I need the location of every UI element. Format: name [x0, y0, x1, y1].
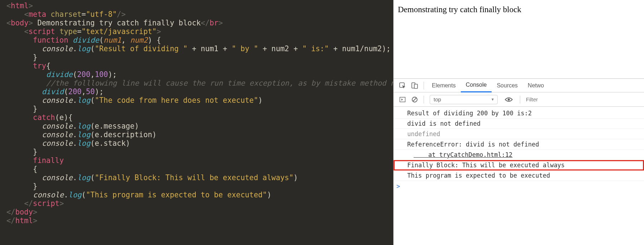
separator: [424, 96, 424, 104]
console-line: ReferenceError: divid is not defined: [394, 139, 644, 150]
tab-console[interactable]: Console: [461, 79, 492, 92]
browser-panel: Demonstrating try catch finally block El…: [394, 0, 644, 245]
separator: [424, 82, 424, 90]
devtools-panel: Elements Console Sources Netwo top Resul…: [394, 79, 644, 245]
page-body-text: Demonstrating try catch finally block: [398, 5, 521, 14]
svg-line-5: [413, 98, 416, 101]
console-line: Result of dividing 200 by 100 is:2: [394, 108, 644, 119]
clear-console-icon[interactable]: [410, 95, 419, 104]
inspect-element-icon[interactable]: [398, 81, 407, 90]
separator: [520, 96, 520, 104]
console-filter-input[interactable]: [526, 96, 594, 102]
live-expression-icon[interactable]: [504, 95, 513, 104]
device-toolbar-icon[interactable]: [410, 81, 419, 90]
console-output[interactable]: Result of dividing 200 by 100 is:2 divid…: [394, 107, 644, 245]
devtools-tabbar: Elements Console Sources Netwo: [394, 79, 644, 92]
execution-context-select[interactable]: top: [430, 95, 498, 104]
page-preview: Demonstrating try catch finally block: [394, 0, 644, 79]
tab-sources[interactable]: Sources: [492, 79, 523, 92]
console-line: undefined: [394, 129, 644, 139]
console-line: divid is not defined: [394, 119, 644, 129]
tab-elements[interactable]: Elements: [427, 79, 461, 92]
svg-rect-2: [414, 84, 418, 88]
code-editor[interactable]: <html> <meta charset="utf-8"/><body> Dem…: [0, 0, 394, 245]
tab-network[interactable]: Netwo: [523, 79, 549, 92]
console-line: Finally Block: This will be executed alw…: [394, 160, 644, 170]
console-prompt[interactable]: >: [394, 181, 644, 191]
console-sidebar-toggle-icon[interactable]: [398, 95, 407, 104]
console-line: This program is expected to be executed: [394, 170, 644, 181]
console-line: at tryCatchDemo.html:12: [394, 150, 644, 160]
svg-point-6: [508, 99, 510, 101]
console-toolbar: top: [394, 92, 644, 107]
execution-context-value: top: [434, 96, 441, 102]
